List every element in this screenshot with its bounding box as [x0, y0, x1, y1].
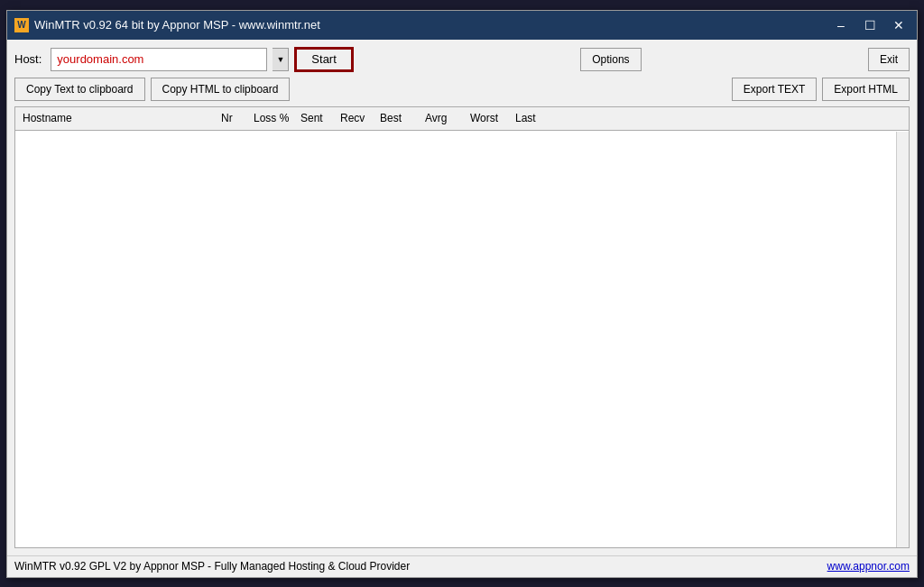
- host-input[interactable]: [51, 48, 267, 71]
- col-header-last: Last: [512, 112, 557, 124]
- table-header: Hostname Nr Loss % Sent Recv Best Avrg W…: [15, 107, 909, 131]
- main-content: Host: ▼ Start Options Exit Copy Text to …: [7, 40, 917, 555]
- col-header-avrg: Avrg: [421, 112, 467, 124]
- appnor-link[interactable]: www.appnor.com: [827, 560, 910, 573]
- options-button[interactable]: Options: [580, 48, 641, 71]
- close-button[interactable]: ✕: [888, 14, 910, 36]
- status-text: WinMTR v0.92 GPL V2 by Appnor MSP - Full…: [14, 560, 410, 573]
- col-header-worst: Worst: [467, 112, 512, 124]
- clipboard-row: Copy Text to clipboard Copy HTML to clip…: [14, 78, 910, 101]
- title-bar-controls: – ☐ ✕: [830, 14, 910, 36]
- col-header-loss: Loss %: [250, 112, 297, 124]
- col-header-best: Best: [376, 112, 421, 124]
- col-header-hostname: Hostname: [19, 112, 217, 124]
- col-header-recv: Recv: [337, 112, 376, 124]
- copy-text-button[interactable]: Copy Text to clipboard: [14, 78, 145, 101]
- main-window: W WinMTR v0.92 64 bit by Appnor MSP - ww…: [6, 10, 918, 578]
- title-bar: W WinMTR v0.92 64 bit by Appnor MSP - ww…: [7, 11, 917, 40]
- copy-html-button[interactable]: Copy HTML to clipboard: [151, 78, 291, 101]
- export-html-button[interactable]: Export HTML: [822, 78, 910, 101]
- export-text-button[interactable]: Export TEXT: [732, 78, 817, 101]
- minimize-button[interactable]: –: [830, 14, 852, 36]
- title-bar-left: W WinMTR v0.92 64 bit by Appnor MSP - ww…: [14, 18, 320, 32]
- scrollbar-track[interactable]: [896, 132, 909, 548]
- toolbar-row: Host: ▼ Start Options Exit: [14, 47, 910, 72]
- start-button[interactable]: Start: [294, 47, 353, 72]
- host-dropdown-button[interactable]: ▼: [273, 48, 289, 71]
- data-table: Hostname Nr Loss % Sent Recv Best Avrg W…: [14, 106, 910, 548]
- window-title: WinMTR v0.92 64 bit by Appnor MSP - www.…: [34, 18, 320, 32]
- col-header-sent: Sent: [297, 112, 337, 124]
- table-body: [15, 131, 909, 546]
- col-header-nr: Nr: [217, 112, 250, 124]
- maximize-button[interactable]: ☐: [859, 14, 881, 36]
- host-label: Host:: [14, 52, 42, 66]
- exit-button[interactable]: Exit: [868, 48, 910, 71]
- app-icon: W: [14, 18, 29, 32]
- status-bar: WinMTR v0.92 GPL V2 by Appnor MSP - Full…: [7, 555, 917, 577]
